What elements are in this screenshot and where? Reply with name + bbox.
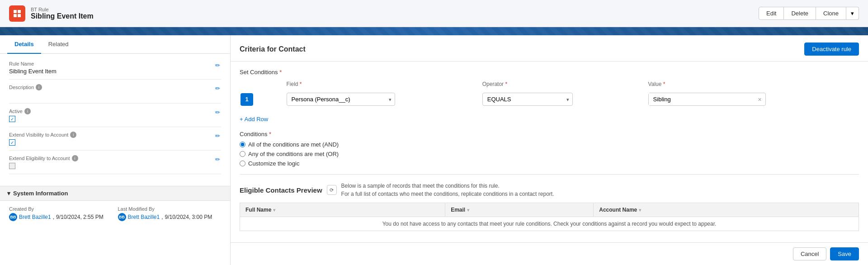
col-header-field: Field *: [287, 81, 481, 90]
preview-table: Full Name ▾ Email ▾: [240, 203, 859, 231]
edit-button[interactable]: Edit: [759, 7, 784, 20]
modified-by-block: Last Modified By BB Brett Bazille1, 9/10…: [118, 206, 222, 221]
preview-col-fullname[interactable]: Full Name ▾: [240, 203, 445, 217]
condition-num-cell: 1: [241, 91, 286, 108]
radio-or-label: Any of the conditions are met (OR): [248, 151, 339, 157]
tab-details[interactable]: Details: [7, 35, 41, 54]
criteria-header: Criteria for Contact Deactivate rule: [231, 35, 868, 62]
preview-col-email[interactable]: Email ▾: [445, 203, 594, 217]
delete-button[interactable]: Delete: [784, 7, 816, 20]
extend-eligibility-info-icon: i: [72, 155, 78, 161]
preview-desc-line2: For a full list of contacts who meet the…: [341, 190, 554, 198]
created-by-avatar: BB: [9, 213, 17, 221]
description-edit-icon[interactable]: ✏: [214, 84, 221, 93]
system-info-label: System Information: [13, 190, 68, 197]
page-header: BT Rule Sibling Event Item Edit Delete C…: [0, 0, 868, 27]
extend-visibility-field-row: Extend Visibility to Account i ✏: [9, 132, 221, 151]
actions-dropdown-button[interactable]: ▾: [846, 7, 859, 20]
radio-or-input[interactable]: [240, 151, 245, 157]
criteria-title: Criteria for Contact: [240, 45, 306, 53]
condition-operator-cell: EQUALS: [482, 91, 647, 108]
radio-and-label: All of the conditions are met (AND): [248, 141, 339, 148]
created-by-value: BB Brett Bazille1, 9/10/2024, 2:55 PM: [9, 213, 113, 221]
svg-rect-3: [18, 14, 21, 17]
col-header-num: [241, 81, 286, 90]
col-header-operator: Operator *: [482, 81, 647, 90]
extend-visibility-label: Extend Visibility to Account i: [9, 132, 214, 138]
tab-related[interactable]: Related: [41, 35, 76, 54]
header-left: BT Rule Sibling Event Item: [9, 5, 94, 22]
description-value: [9, 92, 214, 99]
svg-rect-2: [14, 14, 17, 17]
extend-eligibility-edit-icon[interactable]: ✏: [214, 155, 221, 164]
add-row-button[interactable]: + Add Row: [240, 114, 268, 124]
field-select[interactable]: Persona (Persona__c): [287, 93, 395, 106]
extend-eligibility-checkbox: [9, 163, 15, 169]
right-panel-footer: Cancel Save: [231, 242, 868, 265]
header-subtitle: BT Rule: [31, 7, 94, 12]
no-access-message: You do not have access to any contacts t…: [240, 217, 859, 231]
svg-rect-1: [18, 10, 21, 13]
active-label: Active i: [9, 108, 214, 114]
svg-rect-0: [14, 10, 17, 13]
value-input-container: ×: [648, 93, 766, 106]
condition-number: 1: [241, 93, 253, 106]
save-button[interactable]: Save: [830, 247, 859, 260]
deactivate-rule-button[interactable]: Deactivate rule: [804, 43, 859, 56]
decorative-band: [0, 27, 868, 35]
modified-by-label: Last Modified By: [118, 206, 222, 212]
modified-by-avatar: BB: [118, 213, 126, 221]
preview-description: Below is a sample of records that meet t…: [341, 182, 554, 198]
radio-custom[interactable]: Customize the logic: [240, 160, 859, 167]
refresh-icon[interactable]: ⟳: [327, 185, 337, 195]
operator-select[interactable]: EQUALS: [482, 93, 573, 106]
details-content: Rule Name Sibling Event Item ✏ Descripti…: [0, 54, 230, 186]
value-input[interactable]: [649, 93, 755, 105]
active-checkbox: [9, 116, 15, 122]
radio-or[interactable]: Any of the conditions are met (OR): [240, 151, 859, 157]
clone-button[interactable]: Clone: [816, 7, 846, 20]
conditions-logic-label: Conditions *: [240, 131, 859, 137]
active-edit-icon[interactable]: ✏: [214, 108, 221, 117]
active-info-icon: i: [24, 108, 31, 114]
fullname-sort-icon: ▾: [273, 208, 275, 213]
operator-select-wrapper: EQUALS: [482, 93, 573, 106]
conditions-table: Field * Operator * Value * 1: [240, 80, 859, 109]
condition-row-1: 1 Persona (Persona__c): [241, 91, 858, 108]
system-info-content: Created By BB Brett Bazille1, 9/10/2024,…: [0, 201, 230, 227]
created-by-date: 9/10/2024, 2:55 PM: [56, 214, 104, 220]
preview-col-account[interactable]: Account Name ▾: [594, 203, 859, 217]
main-layout: Details Related Rule Name Sibling Event …: [0, 35, 868, 265]
email-sort-icon: ▾: [467, 208, 469, 213]
active-field-row: Active i ✏: [9, 108, 221, 127]
radio-custom-input[interactable]: [240, 161, 245, 166]
section-divider: [240, 174, 859, 175]
rule-name-edit-icon[interactable]: ✏: [214, 61, 221, 70]
modified-by-date: 9/10/2024, 3:00 PM: [165, 214, 212, 220]
account-sort-icon: ▾: [639, 208, 641, 213]
preview-title: Eligible Contacts Preview: [240, 186, 322, 194]
required-star: *: [278, 69, 282, 76]
preview-section: Eligible Contacts Preview ⟳ Below is a s…: [240, 182, 859, 231]
rule-name-label: Rule Name: [9, 61, 214, 66]
cancel-button[interactable]: Cancel: [793, 247, 826, 260]
created-by-name[interactable]: Brett Bazille1: [19, 214, 51, 220]
radio-and-input[interactable]: [240, 142, 245, 147]
value-clear-icon[interactable]: ×: [754, 96, 765, 103]
radio-and[interactable]: All of the conditions are met (AND): [240, 141, 859, 148]
system-info-section-header[interactable]: ▾ System Information: [0, 186, 230, 201]
header-actions: Edit Delete Clone ▾: [759, 7, 859, 20]
description-field-row: Description i ✏: [9, 84, 221, 104]
preview-no-access-row: You do not have access to any contacts t…: [240, 217, 859, 231]
field-select-wrapper: Persona (Persona__c): [287, 93, 395, 106]
extend-visibility-info-icon: i: [70, 132, 76, 138]
extend-visibility-edit-icon[interactable]: ✏: [214, 132, 221, 140]
extend-visibility-content: Extend Visibility to Account i: [9, 132, 214, 146]
rule-name-field-row: Rule Name Sibling Event Item ✏: [9, 61, 221, 80]
created-by-label: Created By: [9, 206, 113, 212]
modified-by-value: BB Brett Bazille1, 9/10/2024, 3:00 PM: [118, 213, 222, 221]
header-title-block: BT Rule Sibling Event Item: [31, 7, 94, 20]
right-panel: Criteria for Contact Deactivate rule Set…: [231, 35, 868, 265]
section-collapse-icon: ▾: [7, 190, 10, 197]
modified-by-name[interactable]: Brett Bazille1: [128, 214, 160, 220]
